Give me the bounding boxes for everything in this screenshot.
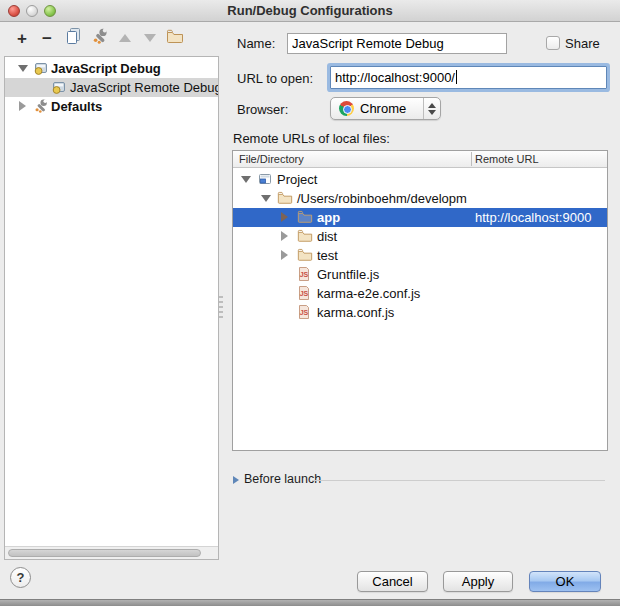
browser-label: Browser: xyxy=(237,102,288,117)
js-debug-config-icon xyxy=(51,79,67,95)
text-caret xyxy=(456,70,457,84)
disclosure-triangle-icon[interactable] xyxy=(18,65,28,72)
share-checkbox[interactable] xyxy=(546,36,560,50)
splitter-handle[interactable] xyxy=(219,296,223,318)
table-row-users-folder[interactable]: /Users/robinboehm/developm xyxy=(233,189,607,208)
project-icon xyxy=(257,171,273,187)
disclosure-triangle-icon[interactable] xyxy=(281,231,288,241)
svg-text:JS: JS xyxy=(300,271,309,278)
before-launch-label: Before launch xyxy=(244,472,321,486)
file-name: Gruntfile.js xyxy=(317,267,379,282)
file-name: app xyxy=(317,210,340,225)
wrench-icon xyxy=(91,27,109,49)
configurations-tree-panel[interactable]: JavaScript Debug JavaScript Remote Debug xyxy=(4,56,219,560)
scrollbar-thumb[interactable] xyxy=(8,549,201,557)
help-button[interactable]: ? xyxy=(10,567,31,588)
name-input[interactable] xyxy=(287,33,507,54)
js-file-icon: JS xyxy=(297,285,313,301)
table-row-gruntfile[interactable]: JS Gruntfile.js xyxy=(233,265,607,284)
copy-configuration-button[interactable] xyxy=(63,28,83,48)
arrow-down-icon xyxy=(144,34,156,42)
disclosure-triangle-icon[interactable] xyxy=(233,476,239,484)
name-label: Name: xyxy=(237,36,275,51)
plus-icon: + xyxy=(17,30,27,47)
tree-item-label: JavaScript Debug xyxy=(51,61,161,76)
tree-item-label: JavaScript Remote Debug xyxy=(70,80,219,95)
file-name: /Users/robinboehm/developm xyxy=(297,191,467,206)
copy-icon xyxy=(65,27,82,49)
tree-item-label: Defaults xyxy=(51,99,102,114)
popup-stepper xyxy=(423,98,440,119)
tree-item-javascript-remote-debug[interactable]: JavaScript Remote Debug xyxy=(5,78,218,97)
disclosure-triangle-icon[interactable] xyxy=(261,195,271,202)
stepper-down-icon xyxy=(428,110,436,115)
js-file-icon: JS xyxy=(297,266,313,282)
browser-value: Chrome xyxy=(360,101,406,116)
column-file-directory[interactable]: File/Directory xyxy=(239,153,304,165)
move-down-button[interactable] xyxy=(140,28,160,48)
file-name: karma.conf.js xyxy=(317,305,394,320)
before-launch-section[interactable]: Before launch xyxy=(233,472,608,490)
js-file-icon: JS xyxy=(297,304,313,320)
share-label: Share xyxy=(565,36,600,51)
disclosure-triangle-icon[interactable] xyxy=(241,176,251,183)
disclosure-triangle-icon[interactable] xyxy=(281,250,288,260)
horizontal-scrollbar[interactable] xyxy=(5,546,218,559)
wrench-icon xyxy=(33,98,49,114)
apply-button[interactable]: Apply xyxy=(443,571,513,592)
move-up-button[interactable] xyxy=(115,28,135,48)
svg-text:JS: JS xyxy=(300,309,309,316)
browser-select[interactable]: Chrome xyxy=(330,97,441,120)
tree-item-javascript-debug[interactable]: JavaScript Debug xyxy=(5,59,218,78)
js-debug-config-icon xyxy=(33,60,49,76)
table-row-karma-e2e[interactable]: JS karma-e2e.conf.js xyxy=(233,284,607,303)
chrome-icon xyxy=(339,101,354,116)
run-debug-configurations-dialog: Run/Debug Configurations + − xyxy=(0,0,620,606)
table-header[interactable]: File/Directory Remote URL xyxy=(233,151,607,168)
ok-button[interactable]: OK xyxy=(529,571,601,592)
stepper-up-icon xyxy=(428,103,436,108)
disclosure-triangle-icon[interactable] xyxy=(281,212,288,222)
remote-urls-label: Remote URLs of local files: xyxy=(233,131,390,146)
minus-icon: − xyxy=(42,30,52,47)
file-name: karma-e2e.conf.js xyxy=(317,286,420,301)
url-input[interactable]: http://localhost:9000/ xyxy=(330,66,607,89)
table-row-test[interactable]: test xyxy=(233,246,607,265)
table-row-project[interactable]: Project xyxy=(233,170,607,189)
table-row-app[interactable]: app http://localhost:9000 xyxy=(233,208,607,227)
add-configuration-button[interactable]: + xyxy=(12,28,32,48)
window-title: Run/Debug Configurations xyxy=(0,3,620,18)
table-row-karma-conf[interactable]: JS karma.conf.js xyxy=(233,303,607,322)
table-row-dist[interactable]: dist xyxy=(233,227,607,246)
new-folder-button[interactable] xyxy=(165,28,185,48)
file-name: dist xyxy=(317,229,337,244)
remote-url-value[interactable]: http://localhost:9000 xyxy=(475,210,591,225)
url-value: http://localhost:9000/ xyxy=(335,70,455,85)
file-name: test xyxy=(317,248,338,263)
arrow-up-icon xyxy=(119,34,131,42)
folder-icon xyxy=(277,190,293,206)
folder-icon xyxy=(166,28,184,48)
section-divider xyxy=(312,480,605,481)
column-remote-url[interactable]: Remote URL xyxy=(475,153,539,165)
remote-urls-table[interactable]: File/Directory Remote URL Project xyxy=(232,150,608,451)
folder-icon xyxy=(297,209,313,225)
svg-text:JS: JS xyxy=(300,290,309,297)
titlebar[interactable]: Run/Debug Configurations xyxy=(0,0,620,22)
folder-icon xyxy=(297,247,313,263)
folder-icon xyxy=(297,228,313,244)
column-divider[interactable] xyxy=(471,152,472,166)
cancel-button[interactable]: Cancel xyxy=(357,571,428,592)
url-to-open-label: URL to open: xyxy=(237,71,313,86)
file-name: Project xyxy=(277,172,317,187)
tree-item-defaults[interactable]: Defaults xyxy=(5,97,218,116)
window-bottom-edge xyxy=(0,599,620,606)
disclosure-triangle-icon[interactable] xyxy=(19,101,26,111)
remove-configuration-button[interactable]: − xyxy=(37,28,57,48)
edit-defaults-button[interactable] xyxy=(90,28,110,48)
